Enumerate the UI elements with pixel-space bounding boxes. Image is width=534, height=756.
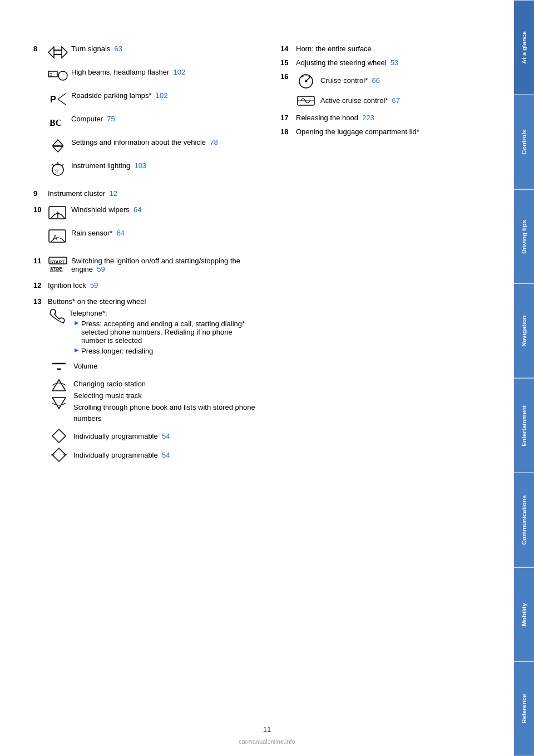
section-18-number: 18	[280, 127, 293, 136]
high-beams-text: High beams, headlamp flasher 102	[71, 68, 185, 76]
sidebar-tab-driving-tips[interactable]: Driving tips	[514, 189, 534, 284]
section-14: 14 Horn: the entire surface	[280, 45, 492, 53]
section-11-number: 11	[33, 257, 44, 265]
rain-sensor-link[interactable]: 64	[117, 229, 125, 237]
svg-marker-11	[53, 140, 63, 145]
high-beams-row: High beams, headlamp flasher 102	[48, 68, 218, 84]
svg-line-8	[58, 94, 66, 99]
windshield-wipers-text: Windshield wipers 64	[71, 205, 141, 214]
high-beams-link[interactable]: 102	[174, 68, 186, 76]
svg-marker-28	[52, 380, 66, 391]
settings-row: Settings and information about the vehic…	[48, 138, 218, 154]
section-16: 16 Cruise control* 66	[280, 72, 492, 108]
volume-text-area: Volume	[73, 359, 97, 370]
section-12-number: 12	[33, 281, 44, 289]
section-10-number: 10	[33, 205, 44, 214]
computer-icon: BC	[48, 115, 68, 130]
cruise-control-icon	[296, 72, 316, 88]
rain-sensor-text: Rain sensor* 64	[71, 229, 125, 237]
svg-marker-0	[48, 47, 62, 58]
section-9-text: Instrument cluster 12	[48, 189, 117, 198]
svg-marker-12	[53, 146, 63, 152]
instrument-lighting-link[interactable]: 103	[134, 161, 146, 170]
sidebar-tab-entertainment[interactable]: Entertainment	[514, 378, 534, 473]
svg-rect-2	[48, 71, 57, 77]
high-beams-icon	[48, 68, 68, 84]
active-cruise-icon	[296, 92, 316, 108]
telephone-text-area: Telephone*: ▶ Press: accepting and endin…	[69, 309, 258, 355]
svg-text:P: P	[50, 95, 56, 104]
computer-text: Computer 75	[71, 115, 115, 123]
svg-text:BC: BC	[50, 118, 62, 127]
prog2-text: Individually programmable 54	[73, 451, 170, 459]
instrument-lighting-text: Instrument lighting 103	[71, 161, 146, 170]
section-17: 17 Releasing the hood 223	[280, 114, 492, 122]
music-label: Selecting music track	[73, 390, 258, 402]
watermark: carmanualonline.info	[239, 738, 295, 745]
cruise-control-text: Cruise control* 66	[320, 76, 380, 85]
section-13-number: 13	[33, 297, 44, 306]
section-15-text: Adjusting the steering wheel 53	[296, 58, 492, 67]
prog1-link[interactable]: 54	[162, 432, 170, 440]
parking-lamps-icon: P	[48, 91, 68, 107]
sidebar-tab-communications[interactable]: Communications	[514, 473, 534, 567]
sidebar-tab-mobility[interactable]: Mobility	[514, 567, 534, 662]
svg-point-36	[305, 80, 307, 82]
telephone-icon	[49, 309, 65, 325]
sidebar-tab-navigation[interactable]: Navigation	[514, 283, 534, 378]
sidebar: At a glance Controls Driving tips Naviga…	[514, 0, 534, 756]
section-13: 13 Buttons* on the steering wheel Teleph…	[33, 297, 258, 463]
prog2-icon	[49, 447, 69, 463]
radio-icons	[49, 377, 69, 411]
cruise-control-link[interactable]: 66	[372, 76, 379, 85]
page-number: 11	[263, 725, 271, 734]
section-9-link[interactable]: 12	[110, 189, 117, 198]
turn-signals-row: Turn signals 63	[48, 45, 218, 60]
turn-signals-link[interactable]: 63	[115, 45, 122, 53]
settings-icon	[48, 138, 68, 154]
section-15-link[interactable]: 53	[390, 58, 398, 67]
volume-icon	[49, 359, 69, 374]
settings-link[interactable]: 78	[210, 138, 217, 146]
svg-marker-29	[52, 397, 66, 409]
section-13-text: Buttons* on the steering wheel	[48, 297, 146, 306]
svg-line-16	[52, 164, 54, 166]
sidebar-tab-controls[interactable]: Controls	[514, 95, 534, 189]
radio-text-area: Changing radio station Selecting music t…	[73, 377, 258, 425]
section-17-link[interactable]: 223	[362, 114, 374, 122]
section-18-text: Opening the luggage compartment lid*	[296, 127, 492, 136]
computer-row: BC Computer 75	[48, 115, 218, 130]
settings-text: Settings and information about the vehic…	[71, 138, 218, 146]
section-15: 15 Adjusting the steering wheel 53	[280, 58, 492, 67]
bullet-2: ▶	[75, 347, 79, 353]
section-8-number: 8	[33, 45, 44, 53]
section-11: 11 START STOP ENGINE Switching the ignit…	[33, 257, 258, 273]
instrument-lighting-row: ☆ Instrument lighting 103	[48, 161, 218, 177]
windshield-wipers-row: Windshield wipers 64	[48, 205, 141, 221]
svg-line-9	[58, 99, 66, 105]
sidebar-tab-at-a-glance[interactable]: At a glance	[514, 0, 534, 95]
svg-line-15	[62, 164, 63, 166]
prog1-icon	[49, 428, 69, 444]
parking-lamps-link[interactable]: 102	[156, 91, 168, 100]
prog2-link[interactable]: 54	[162, 451, 170, 459]
svg-text:☆: ☆	[55, 168, 59, 174]
prog1-text: Individually programmable 54	[73, 432, 170, 440]
section-12-link[interactable]: 59	[90, 281, 98, 289]
telephone-label: Telephone*:	[69, 309, 258, 317]
telephone-sub2: Press longer: redialing	[81, 347, 153, 355]
instrument-lighting-icon: ☆	[48, 161, 68, 177]
computer-link[interactable]: 75	[107, 115, 115, 123]
section-11-link[interactable]: 59	[97, 265, 105, 273]
active-cruise-text: Active cruise control* 67	[320, 96, 400, 105]
volume-label: Volume	[73, 362, 97, 370]
section-9-number: 9	[33, 189, 44, 198]
section-9: 9 Instrument cluster 12	[33, 189, 258, 198]
svg-text:START: START	[50, 259, 65, 264]
active-cruise-link[interactable]: 67	[392, 96, 400, 105]
section-18: 18 Opening the luggage compartment lid*	[280, 127, 492, 136]
bullet-1: ▶	[75, 320, 79, 326]
radio-down-icon	[49, 395, 69, 411]
windshield-wipers-link[interactable]: 64	[134, 205, 141, 214]
sidebar-tab-reference[interactable]: Reference	[514, 661, 534, 756]
